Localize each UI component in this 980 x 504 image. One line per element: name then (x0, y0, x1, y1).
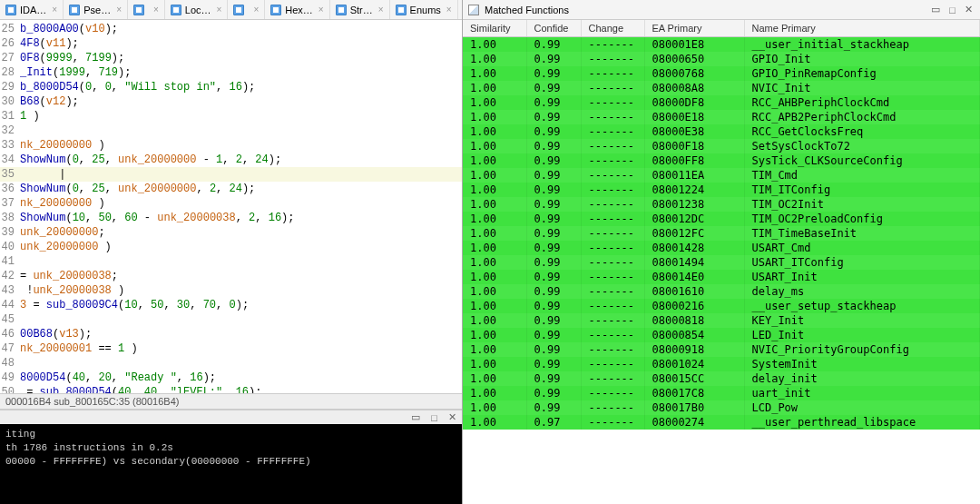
tab-close-icon[interactable]: × (446, 5, 452, 15)
code-line[interactable]: 45 (0, 312, 462, 327)
tab-3[interactable]: Loc…× (165, 0, 229, 19)
tab-icon (133, 5, 144, 15)
code-line[interactable]: 41 (0, 254, 462, 269)
tab-label: Str… (350, 5, 373, 15)
cell-name: SysTick_CLKSourceConfig (744, 153, 980, 168)
table-row[interactable]: 1.000.99-------08001224TIM_ITConfig (463, 183, 980, 197)
matched-functions-table-wrap[interactable]: Similarity Confide Change EA Primary Nam… (463, 20, 980, 504)
matched-functions-table[interactable]: Similarity Confide Change EA Primary Nam… (463, 20, 980, 430)
table-row[interactable]: 1.000.99-------08000DF8RCC_AHBPeriphCloc… (463, 95, 980, 110)
tab-icon (396, 5, 407, 15)
code-line[interactable]: 33nk_20000000 ) (0, 138, 462, 153)
table-row[interactable]: 1.000.99-------080012DCTIM_OC2PreloadCon… (463, 212, 980, 226)
table-row[interactable]: 1.000.99-------080001E8__user_initial_st… (463, 37, 980, 53)
maximize-icon[interactable]: □ (429, 412, 439, 423)
code-line[interactable]: 48 (0, 356, 462, 371)
cell-sim: 1.00 (463, 400, 526, 415)
close-icon[interactable]: ✕ (446, 411, 458, 423)
code-line[interactable]: 270F8(9999, 7199); (0, 51, 462, 65)
code-line[interactable]: 28_Init(1999, 719); (0, 65, 462, 80)
table-row[interactable]: 1.000.99-------08000918NVIC_PriorityGrou… (463, 342, 980, 357)
table-row[interactable]: 1.000.99-------08000FF8SysTick_CLKSource… (463, 153, 980, 168)
table-row[interactable]: 1.000.99-------08000768GPIO_PinRemapConf… (463, 66, 980, 81)
cell-sim: 1.00 (463, 255, 526, 270)
col-confidence[interactable]: Confide (526, 20, 581, 37)
code-line[interactable]: 38ShowNum(10, 50, 60 - unk_20000038, 2, … (0, 211, 462, 225)
code-line[interactable]: 47nk_20000001 == 1 ) (0, 341, 462, 356)
restore-icon[interactable]: ▭ (409, 411, 422, 423)
tab-icon (336, 5, 347, 15)
matched-functions-header: Matched Functions ▭ □ ✕ (463, 0, 980, 20)
cell-ea: 080011EA (644, 168, 744, 183)
table-row[interactable]: 1.000.99-------08001238TIM_OC2Init (463, 197, 980, 212)
table-row[interactable]: 1.000.99-------08001024SystemInit (463, 357, 980, 371)
code-line[interactable]: 29b_8000D54(0, 0, "Will stop in", 16); (0, 80, 462, 94)
table-row[interactable]: 1.000.99-------080017B0LCD_Pow (463, 400, 980, 415)
table-row[interactable]: 1.000.97-------08000274__user_perthread_… (463, 415, 980, 430)
table-row[interactable]: 1.000.99-------08000650GPIO_Init (463, 52, 980, 66)
code-line[interactable]: 32 (0, 124, 462, 138)
code-line[interactable]: 34ShowNum(0, 25, unk_20000000 - 1, 2, 24… (0, 153, 462, 167)
table-row[interactable]: 1.000.99-------080008A8NVIC_Init (463, 81, 980, 95)
code-line[interactable]: 264F8(v11); (0, 36, 462, 51)
code-line[interactable]: 37nk_20000000 ) (0, 196, 462, 211)
tab-close-icon[interactable]: × (318, 5, 324, 15)
tab-7[interactable]: Enums× (390, 0, 458, 19)
restore-icon[interactable]: ▭ (929, 4, 942, 15)
tab-close-icon[interactable]: × (116, 5, 122, 15)
code-line[interactable]: 311 ) (0, 109, 462, 124)
tab-close-icon[interactable]: × (52, 5, 57, 15)
table-row[interactable]: 1.000.99-------080017C8uart_init (463, 386, 980, 400)
tab-4[interactable]: × (228, 0, 265, 19)
col-name-primary[interactable]: Name Primary (744, 20, 980, 37)
tab-6[interactable]: Str…× (330, 0, 390, 19)
table-row[interactable]: 1.000.99-------08000E18RCC_APB2PeriphClo… (463, 110, 980, 124)
code-line[interactable]: 25b_8000A00(v10); (0, 22, 462, 36)
cell-name: NVIC_PriorityGroupConfig (744, 342, 980, 357)
code-line[interactable]: 42= unk_20000038; (0, 269, 462, 283)
code-line[interactable]: 30B68(v12); (0, 94, 462, 109)
code-line[interactable]: 40unk_20000000 ) (0, 240, 462, 254)
table-row[interactable]: 1.000.99-------08000854LED_Init (463, 328, 980, 342)
col-ea-primary[interactable]: EA Primary (644, 20, 744, 37)
table-row[interactable]: 1.000.99-------080012FCTIM_TimeBaseInit (463, 226, 980, 241)
table-row[interactable]: 1.000.99-------080014E0USART_Init (463, 270, 980, 284)
col-change[interactable]: Change (581, 20, 644, 37)
code-line[interactable]: 43 !unk_20000038 ) (0, 283, 462, 298)
tab-1[interactable]: Pse…× (64, 0, 128, 19)
code-line[interactable]: 36ShowNum(0, 25, unk_20000000, 2, 24); (0, 182, 462, 196)
col-similarity[interactable]: Similarity (463, 20, 526, 37)
tab-2[interactable]: × (128, 0, 165, 19)
table-row[interactable]: 1.000.99-------08001428USART_Cmd (463, 241, 980, 255)
code-line[interactable]: 498000D54(40, 20, "Ready ", 16); (0, 371, 462, 385)
table-row[interactable]: 1.000.99-------080015CCdelay_init (463, 371, 980, 386)
code-line[interactable]: 50 = sub_8000D54(40, 40, "lEVEL:", 16); (0, 385, 462, 393)
table-row[interactable]: 1.000.99-------08000F18SetSysClockTo72 (463, 139, 980, 153)
code-line[interactable]: 443 = sub_80009C4(10, 50, 30, 70, 0); (0, 298, 462, 312)
tab-close-icon[interactable]: × (253, 5, 259, 15)
code-text: 8000D54(40, 20, "Ready ", 16); (20, 371, 216, 385)
maximize-icon[interactable]: □ (947, 5, 957, 15)
code-text: B68(v12); (20, 94, 79, 109)
table-row[interactable]: 1.000.99-------08001610delay_ms (463, 284, 980, 299)
output-log[interactable]: itingth 1786 instructions in 0.2s00000 -… (0, 424, 462, 504)
code-line[interactable]: 4600B68(v13); (0, 327, 462, 341)
tab-close-icon[interactable]: × (153, 5, 159, 15)
table-row[interactable]: 1.000.99-------08000216__user_setup_stac… (463, 299, 980, 313)
table-row[interactable]: 1.000.99-------08000E38RCC_GetClocksFreq (463, 124, 980, 139)
cell-name: GPIO_PinRemapConfig (744, 66, 980, 81)
line-number: 43 (0, 283, 20, 298)
code-line[interactable]: 39unk_20000000; (0, 225, 462, 240)
table-row[interactable]: 1.000.99-------080011EATIM_Cmd (463, 168, 980, 183)
close-icon[interactable]: ✕ (963, 4, 975, 15)
pseudocode-view[interactable]: 25b_8000A00(v10);264F8(v11);270F8(9999, … (0, 20, 462, 393)
table-row[interactable]: 1.000.99-------08001494USART_ITConfig (463, 255, 980, 270)
code-text: nk_20000001 == 1 ) (20, 341, 138, 356)
tab-close-icon[interactable]: × (217, 5, 222, 15)
tab-close-icon[interactable]: × (378, 5, 384, 15)
tab-0[interactable]: IDA…× (0, 0, 64, 19)
table-row[interactable]: 1.000.99-------08000818KEY_Init (463, 313, 980, 328)
tab-5[interactable]: Hex…× (265, 0, 329, 19)
cell-name: SetSysClockTo72 (744, 139, 980, 153)
code-line[interactable]: 35 | (0, 167, 462, 182)
